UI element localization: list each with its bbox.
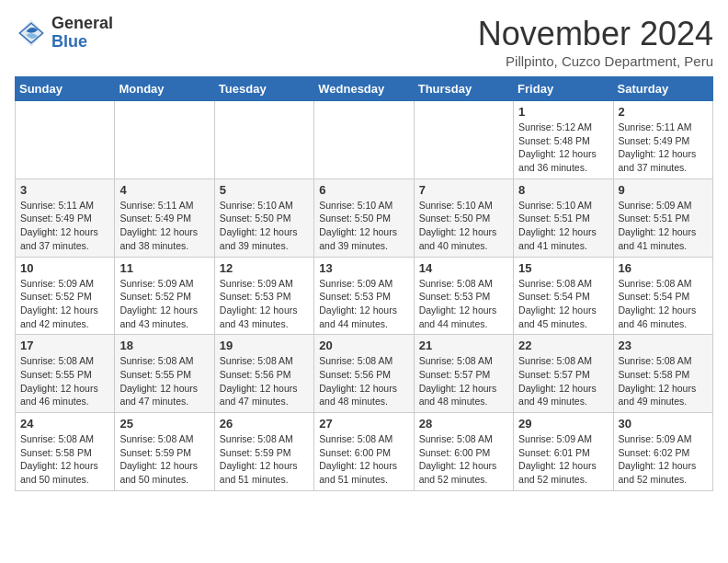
day-info: Sunrise: 5:09 AMSunset: 5:53 PMDaylight:…: [319, 277, 408, 331]
calendar-cell: [214, 101, 313, 179]
day-info: Sunrise: 5:09 AMSunset: 5:51 PMDaylight:…: [619, 199, 708, 253]
day-info: Sunrise: 5:11 AMSunset: 5:49 PMDaylight:…: [619, 121, 708, 175]
calendar-week-2: 3Sunrise: 5:11 AMSunset: 5:49 PMDaylight…: [16, 178, 713, 257]
calendar-cell: 26Sunrise: 5:08 AMSunset: 5:59 PMDayligh…: [214, 413, 313, 491]
calendar-cell: 23Sunrise: 5:08 AMSunset: 5:58 PMDayligh…: [613, 335, 712, 413]
calendar-cell: 6Sunrise: 5:10 AMSunset: 5:50 PMDaylight…: [314, 178, 414, 257]
day-number: 5: [220, 183, 309, 197]
day-number: 26: [220, 417, 309, 431]
logo-text: General Blue: [51, 15, 113, 52]
calendar-week-1: 1Sunrise: 5:12 AMSunset: 5:48 PMDaylight…: [16, 101, 713, 179]
day-info: Sunrise: 5:08 AMSunset: 5:56 PMDaylight:…: [319, 354, 408, 408]
page-header: General Blue November 2024 Pillpinto, Cu…: [15, 15, 713, 69]
calendar-cell: 15Sunrise: 5:08 AMSunset: 5:54 PMDayligh…: [514, 257, 613, 335]
day-info: Sunrise: 5:11 AMSunset: 5:49 PMDaylight:…: [119, 199, 209, 253]
calendar-cell: 1Sunrise: 5:12 AMSunset: 5:48 PMDaylight…: [514, 101, 613, 179]
logo-blue: Blue: [51, 32, 87, 51]
calendar-cell: 10Sunrise: 5:09 AMSunset: 5:52 PMDayligh…: [16, 257, 115, 335]
day-info: Sunrise: 5:10 AMSunset: 5:50 PMDaylight:…: [419, 199, 508, 253]
calendar-cell: 8Sunrise: 5:10 AMSunset: 5:51 PMDaylight…: [514, 178, 613, 257]
day-info: Sunrise: 5:08 AMSunset: 5:55 PMDaylight:…: [20, 354, 109, 408]
day-info: Sunrise: 5:08 AMSunset: 5:57 PMDaylight:…: [419, 354, 508, 408]
day-info: Sunrise: 5:09 AMSunset: 5:53 PMDaylight:…: [220, 277, 309, 331]
day-info: Sunrise: 5:08 AMSunset: 5:57 PMDaylight:…: [518, 354, 608, 408]
day-info: Sunrise: 5:08 AMSunset: 5:53 PMDaylight:…: [419, 277, 508, 331]
calendar-cell: 12Sunrise: 5:09 AMSunset: 5:53 PMDayligh…: [214, 257, 313, 335]
day-number: 17: [20, 339, 109, 352]
day-number: 21: [419, 339, 508, 352]
calendar-cell: 3Sunrise: 5:11 AMSunset: 5:49 PMDaylight…: [16, 178, 115, 257]
calendar-cell: 28Sunrise: 5:08 AMSunset: 6:00 PMDayligh…: [414, 413, 513, 491]
day-number: 22: [518, 339, 608, 352]
day-info: Sunrise: 5:08 AMSunset: 5:59 PMDaylight:…: [119, 432, 209, 487]
title-block: November 2024 Pillpinto, Cuzco Departmen…: [478, 15, 713, 69]
calendar-table: SundayMondayTuesdayWednesdayThursdayFrid…: [15, 76, 713, 491]
day-number: 16: [619, 261, 708, 275]
calendar-week-3: 10Sunrise: 5:09 AMSunset: 5:52 PMDayligh…: [16, 257, 713, 335]
calendar-cell: 20Sunrise: 5:08 AMSunset: 5:56 PMDayligh…: [314, 335, 414, 413]
calendar-cell: 17Sunrise: 5:08 AMSunset: 5:55 PMDayligh…: [16, 335, 115, 413]
logo: General Blue: [15, 15, 113, 52]
day-number: 28: [419, 417, 508, 431]
calendar-cell: 7Sunrise: 5:10 AMSunset: 5:50 PMDaylight…: [414, 178, 513, 257]
calendar-cell: [16, 101, 115, 179]
calendar-cell: 2Sunrise: 5:11 AMSunset: 5:49 PMDaylight…: [613, 101, 712, 179]
day-info: Sunrise: 5:08 AMSunset: 5:55 PMDaylight:…: [119, 354, 209, 408]
day-number: 25: [119, 417, 209, 431]
calendar-cell: 16Sunrise: 5:08 AMSunset: 5:54 PMDayligh…: [613, 257, 712, 335]
day-number: 15: [518, 261, 608, 275]
day-number: 27: [319, 417, 408, 431]
weekday-header-monday: Monday: [115, 77, 214, 101]
calendar-week-5: 24Sunrise: 5:08 AMSunset: 5:58 PMDayligh…: [16, 413, 713, 491]
calendar-cell: 24Sunrise: 5:08 AMSunset: 5:58 PMDayligh…: [16, 413, 115, 491]
day-info: Sunrise: 5:08 AMSunset: 5:56 PMDaylight:…: [220, 354, 309, 408]
day-number: 20: [319, 339, 408, 352]
calendar-cell: [115, 101, 214, 179]
day-number: 23: [619, 339, 708, 352]
day-number: 19: [220, 339, 309, 352]
calendar-cell: 14Sunrise: 5:08 AMSunset: 5:53 PMDayligh…: [414, 257, 513, 335]
calendar-cell: 25Sunrise: 5:08 AMSunset: 5:59 PMDayligh…: [115, 413, 214, 491]
day-number: 29: [518, 417, 608, 431]
calendar-cell: 18Sunrise: 5:08 AMSunset: 5:55 PMDayligh…: [115, 335, 214, 413]
day-number: 13: [319, 261, 408, 275]
day-number: 24: [20, 417, 109, 431]
day-info: Sunrise: 5:08 AMSunset: 6:00 PMDaylight:…: [319, 432, 408, 487]
day-number: 14: [419, 261, 508, 275]
calendar-cell: [314, 101, 414, 179]
calendar-cell: 11Sunrise: 5:09 AMSunset: 5:52 PMDayligh…: [115, 257, 214, 335]
day-info: Sunrise: 5:10 AMSunset: 5:51 PMDaylight:…: [518, 199, 608, 253]
weekday-header-saturday: Saturday: [613, 77, 712, 101]
day-number: 10: [20, 261, 109, 275]
weekday-header-wednesday: Wednesday: [314, 77, 414, 101]
calendar-cell: 5Sunrise: 5:10 AMSunset: 5:50 PMDaylight…: [214, 178, 313, 257]
day-info: Sunrise: 5:09 AMSunset: 6:02 PMDaylight:…: [619, 432, 708, 487]
day-info: Sunrise: 5:08 AMSunset: 5:54 PMDaylight:…: [518, 277, 608, 331]
calendar-cell: 4Sunrise: 5:11 AMSunset: 5:49 PMDaylight…: [115, 178, 214, 257]
day-number: 3: [20, 183, 109, 197]
day-number: 9: [619, 183, 708, 197]
day-number: 7: [419, 183, 508, 197]
day-info: Sunrise: 5:10 AMSunset: 5:50 PMDaylight:…: [220, 199, 309, 253]
day-number: 8: [518, 183, 608, 197]
calendar-cell: 27Sunrise: 5:08 AMSunset: 6:00 PMDayligh…: [314, 413, 414, 491]
logo-icon: [15, 17, 48, 50]
day-number: 12: [220, 261, 309, 275]
day-info: Sunrise: 5:11 AMSunset: 5:49 PMDaylight:…: [20, 199, 109, 253]
calendar-week-4: 17Sunrise: 5:08 AMSunset: 5:55 PMDayligh…: [16, 335, 713, 413]
calendar-cell: 9Sunrise: 5:09 AMSunset: 5:51 PMDaylight…: [613, 178, 712, 257]
day-number: 30: [619, 417, 708, 431]
day-info: Sunrise: 5:09 AMSunset: 6:01 PMDaylight:…: [518, 432, 608, 487]
calendar-cell: [414, 101, 513, 179]
calendar-cell: 30Sunrise: 5:09 AMSunset: 6:02 PMDayligh…: [613, 413, 712, 491]
logo-general: General: [51, 14, 113, 32]
day-number: 11: [119, 261, 209, 275]
day-info: Sunrise: 5:08 AMSunset: 5:58 PMDaylight:…: [20, 432, 109, 487]
day-info: Sunrise: 5:09 AMSunset: 5:52 PMDaylight:…: [119, 277, 209, 331]
calendar-cell: 19Sunrise: 5:08 AMSunset: 5:56 PMDayligh…: [214, 335, 313, 413]
day-info: Sunrise: 5:09 AMSunset: 5:52 PMDaylight:…: [20, 277, 109, 331]
day-info: Sunrise: 5:08 AMSunset: 5:58 PMDaylight:…: [619, 354, 708, 408]
weekday-header-tuesday: Tuesday: [214, 77, 313, 101]
weekday-header-row: SundayMondayTuesdayWednesdayThursdayFrid…: [16, 77, 713, 101]
day-number: 18: [119, 339, 209, 352]
